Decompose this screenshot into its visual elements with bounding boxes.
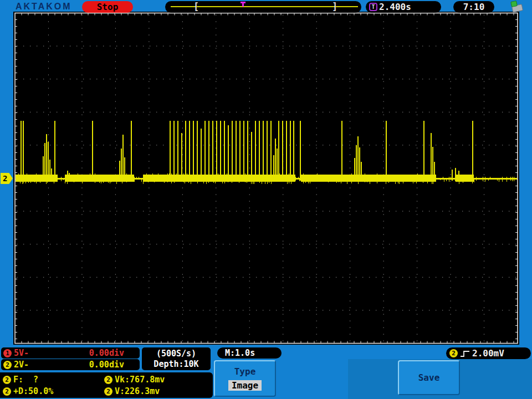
- acquisition-state-badge: Stop: [82, 1, 133, 13]
- acquisition-info-box: (500S/s) Depth:10K: [142, 347, 211, 370]
- timebase-value: M:1.0s: [225, 348, 255, 358]
- ch2-badge: 2: [104, 376, 112, 384]
- trigger-t-icon: T: [369, 3, 377, 11]
- clock-readout: 7:10: [453, 1, 494, 13]
- timebase-readout: M:1.0s: [217, 347, 282, 359]
- ch1-position: 0.00div: [89, 348, 124, 358]
- trigger-level-value: 2.00mV: [472, 348, 504, 359]
- ch2-scale: 2V-: [14, 360, 29, 370]
- measurement-v: 2 V:226.3mv: [104, 386, 160, 396]
- measurement-panel: 2 F: ? 2 Vk:767.8mv 2 +D:50.0% 2 V:226.3…: [0, 372, 213, 398]
- ch2-info-row[interactable]: 2 2V- 0.00div: [1, 359, 140, 370]
- brand-logo: AKTAKOM: [16, 2, 72, 12]
- usb-flash-drive-icon: [510, 1, 526, 13]
- rising-edge-icon: [460, 350, 470, 357]
- trigger-level-readout: 2 2.00mV: [446, 347, 531, 359]
- ch1-info-row[interactable]: 1 5V- 0.00div: [1, 347, 140, 359]
- measurement-frequency: 2 F: ?: [3, 375, 38, 385]
- ch2-position: 0.00div: [89, 360, 124, 370]
- acquisition-state-label: Stop: [97, 2, 119, 12]
- ch2-badge: 2: [3, 387, 11, 396]
- type-label: Type: [234, 366, 256, 377]
- save-label: Save: [418, 372, 440, 383]
- measurement-vk: 2 Vk:767.8mv: [104, 375, 165, 385]
- save-softkey-button[interactable]: Save: [398, 360, 460, 395]
- ch2-badge: 2: [3, 361, 12, 369]
- window-left-bracket: [: [193, 1, 199, 12]
- ch1-scale: 5V-: [14, 348, 29, 358]
- type-selected-value[interactable]: Image: [228, 380, 262, 391]
- window-right-bracket: ]: [332, 1, 337, 12]
- trigger-position-marker-icon[interactable]: [241, 2, 245, 7]
- clock-value: 7:10: [463, 2, 485, 12]
- record-position-bar[interactable]: [ ]: [165, 1, 361, 13]
- type-softkey-button[interactable]: Type Image: [214, 360, 276, 397]
- memory-depth: Depth:10K: [154, 359, 198, 370]
- sample-rate: (500S/s): [156, 349, 196, 359]
- trigger-time-value: 2.400s: [379, 2, 411, 12]
- trigger-time-readout: T 2.400s: [366, 1, 441, 13]
- ch1-badge: 1: [3, 349, 12, 357]
- ch2-badge: 2: [104, 387, 112, 396]
- measurement-duty: 2 +D:50.0%: [3, 386, 53, 396]
- graticule-display: [0, 0, 532, 399]
- ch2-badge: 2: [3, 376, 11, 384]
- trigger-source-badge: 2: [449, 349, 458, 357]
